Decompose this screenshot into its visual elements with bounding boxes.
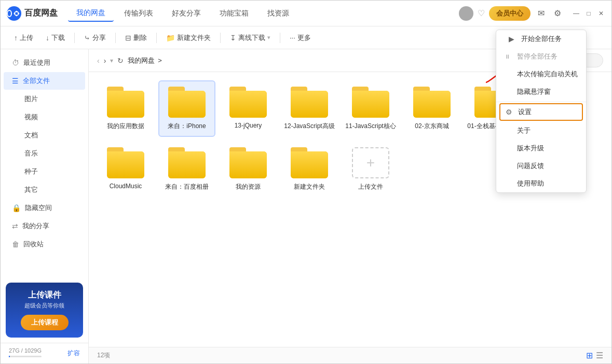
sidebar-item-my-share[interactable]: ⇄ 我的分享 bbox=[4, 217, 85, 235]
sidebar-item-trash[interactable]: 🗑 回收站 bbox=[4, 235, 85, 253]
sidebar-item-torrent[interactable]: 种子 bbox=[20, 163, 85, 180]
file-name: 来自：iPhone bbox=[168, 122, 206, 131]
sidebar-item-all[interactable]: ☰ 全部文件 bbox=[4, 72, 85, 90]
menu-item-settings[interactable]: ⚙设置 bbox=[499, 103, 583, 121]
sidebar-nav: ⏱ 最近使用 ☰ 全部文件 图片 视频 文档 bbox=[1, 49, 88, 277]
sidebar: ⏱ 最近使用 ☰ 全部文件 图片 视频 文档 bbox=[1, 49, 89, 363]
sidebar-item-recent[interactable]: ⏱ 最近使用 bbox=[4, 54, 85, 72]
file-item-3[interactable]: 13-jQuery bbox=[220, 80, 277, 137]
divider-3 bbox=[156, 33, 157, 43]
breadcrumb-sep: > bbox=[158, 57, 162, 64]
vip-button[interactable]: 会员中心 bbox=[489, 6, 531, 21]
close-button[interactable]: ✕ bbox=[597, 9, 605, 18]
menu-item-help[interactable]: 使用帮助 bbox=[496, 175, 586, 192]
expand-link[interactable]: 扩容 bbox=[67, 349, 80, 358]
menu-item-hide-float[interactable]: 隐藏悬浮窗 bbox=[496, 83, 586, 101]
tab-my-disk[interactable]: 我的网盘 bbox=[68, 5, 114, 22]
all-files-icon: ☰ bbox=[12, 77, 19, 85]
folder-icon bbox=[413, 87, 451, 118]
file-name: 我的应用数据 bbox=[107, 122, 144, 131]
file-name: 上传文件 bbox=[358, 183, 383, 191]
file-item-4[interactable]: 12-JavaScript高级 bbox=[281, 80, 338, 137]
avatar[interactable] bbox=[459, 6, 473, 21]
download-icon: ↓ bbox=[46, 34, 49, 42]
file-item-13[interactable]: + 上传文件 bbox=[342, 141, 399, 198]
svg-point-0 bbox=[12, 9, 21, 18]
menu-item-about[interactable]: 关于 bbox=[496, 122, 586, 139]
file-item-6[interactable]: 02-京东商城 bbox=[403, 80, 460, 137]
file-count: 12项 bbox=[97, 351, 110, 360]
tab-toolbox[interactable]: 功能宝箱 bbox=[211, 6, 257, 21]
folder-icon bbox=[291, 87, 328, 118]
logo-area: 百度网盘 bbox=[7, 6, 58, 21]
upload-placeholder: + bbox=[352, 147, 389, 178]
download-button[interactable]: ↓ 下载 bbox=[40, 31, 70, 45]
file-item-2[interactable]: 来自：iPhone bbox=[158, 80, 215, 137]
sidebar-item-docs[interactable]: 文档 bbox=[20, 127, 85, 144]
sidebar-item-hidden[interactable]: 🔒 隐藏空间 bbox=[4, 199, 85, 217]
view-controls: ⊞ ☰ bbox=[586, 351, 603, 360]
trash-icon: 🗑 bbox=[12, 240, 19, 248]
promo-subtitle: 超级会员等你领 bbox=[13, 302, 76, 310]
file-name: 我的资源 bbox=[236, 183, 261, 191]
svg-point-3 bbox=[16, 15, 18, 16]
offline-icon: ↧ bbox=[230, 34, 236, 42]
menu-item-upgrade[interactable]: 版本升级 bbox=[496, 139, 586, 157]
app-title: 百度网盘 bbox=[24, 8, 58, 19]
app-window: 百度网盘 我的网盘 传输列表 好友分享 功能宝箱 找资源 ♡ 会员中心 ✉ ⚙ … bbox=[0, 0, 612, 364]
new-folder-button[interactable]: 📁 新建文件夹 bbox=[161, 31, 216, 45]
file-item-1[interactable]: 我的应用数据 bbox=[97, 80, 154, 137]
sidebar-item-video[interactable]: 视频 bbox=[20, 108, 85, 126]
file-item-5[interactable]: 11-JavaScript核心 bbox=[342, 80, 399, 137]
forward-button[interactable]: › bbox=[104, 57, 106, 65]
mail-icon[interactable]: ✉ bbox=[535, 7, 547, 20]
window-controls: — □ ✕ bbox=[572, 9, 605, 18]
grid-view-button[interactable]: ⊞ bbox=[586, 351, 593, 360]
refresh-button[interactable]: ↻ bbox=[117, 57, 124, 65]
restore-button[interactable]: □ bbox=[584, 9, 593, 18]
file-item-12[interactable]: 新建文件夹 bbox=[281, 141, 338, 198]
menu-item-start-all[interactable]: ▶开始全部任务 bbox=[496, 30, 586, 48]
storage-total: 1029G bbox=[24, 347, 42, 354]
folder-icon bbox=[229, 87, 267, 118]
promo-button[interactable]: 上传课程 bbox=[21, 315, 69, 330]
sidebar-item-music[interactable]: 音乐 bbox=[20, 145, 85, 162]
more-button[interactable]: ··· 更多 bbox=[284, 31, 316, 45]
folder-icon bbox=[229, 147, 267, 178]
menu-item-pause-all[interactable]: ⏸暂停全部任务 bbox=[496, 48, 586, 65]
share-button[interactable]: ⤷ 分享 bbox=[79, 31, 111, 45]
title-bar-right: ♡ 会员中心 ✉ ⚙ — □ ✕ bbox=[459, 6, 605, 21]
sidebar-item-other[interactable]: 其它 bbox=[20, 181, 85, 199]
folder-icon bbox=[168, 147, 206, 178]
tab-find-resource[interactable]: 找资源 bbox=[259, 6, 297, 21]
delete-icon: ⊟ bbox=[125, 34, 131, 42]
status-bar: 12项 ⊞ ☰ bbox=[89, 347, 611, 363]
file-name: 02-京东商城 bbox=[415, 122, 448, 131]
context-menu: ▶开始全部任务⏸暂停全部任务本次传输完自动关机隐藏悬浮窗⚙设置关于版本升级问题反… bbox=[496, 30, 587, 193]
menu-item-feedback[interactable]: 问题反馈 bbox=[496, 157, 586, 175]
delete-button[interactable]: ⊟ 删除 bbox=[120, 31, 152, 45]
menu-item-auto-shutdown[interactable]: 本次传输完自动关机 bbox=[496, 65, 586, 83]
tab-transfer[interactable]: 传输列表 bbox=[116, 6, 161, 21]
start-all-menu-icon: ▶ bbox=[509, 35, 517, 43]
file-item-11[interactable]: 我的资源 bbox=[220, 141, 277, 198]
sidebar-item-images[interactable]: 图片 bbox=[20, 90, 85, 108]
back-button[interactable]: ‹ bbox=[97, 57, 100, 65]
settings-menu-icon: ⚙ bbox=[506, 108, 514, 116]
file-item-10[interactable]: 来自：百度相册 bbox=[158, 141, 215, 198]
file-name: 来自：百度相册 bbox=[165, 183, 209, 191]
nav-tabs: 我的网盘 传输列表 好友分享 功能宝箱 找资源 bbox=[68, 5, 459, 22]
folder-icon bbox=[107, 87, 144, 118]
sidebar-sub-items: 图片 视频 文档 音乐 种子 其它 bbox=[1, 90, 88, 199]
tab-friend-share[interactable]: 好友分享 bbox=[164, 6, 209, 21]
upload-button[interactable]: ↑ 上传 bbox=[9, 31, 38, 45]
minimize-button[interactable]: — bbox=[572, 9, 580, 18]
file-item-9[interactable]: CloudMusic bbox=[97, 141, 154, 198]
list-view-button[interactable]: ☰ bbox=[596, 351, 603, 360]
svg-point-4 bbox=[14, 12, 16, 14]
offline-download-button[interactable]: ↧ 离线下载 ▾ bbox=[225, 31, 276, 45]
svg-point-5 bbox=[18, 12, 19, 14]
dropdown-arrow: ▾ bbox=[110, 57, 113, 64]
settings-icon[interactable]: ⚙ bbox=[551, 7, 564, 20]
folder-icon bbox=[352, 87, 389, 118]
